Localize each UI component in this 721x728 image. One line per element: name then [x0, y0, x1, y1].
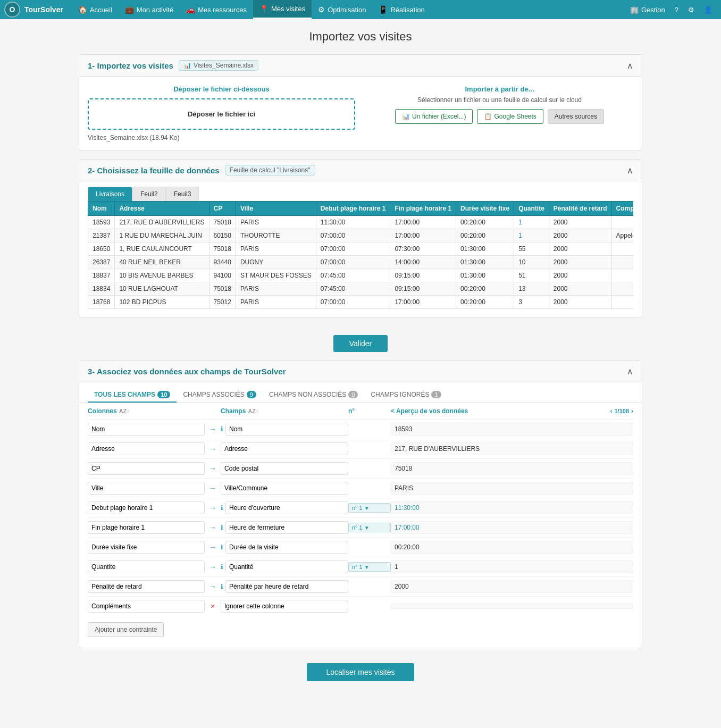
- champ-select-1[interactable]: Adresse: [221, 442, 348, 455]
- table-cell: Appeler gérant pour ouverture portail: [611, 229, 633, 242]
- champ-select-5[interactable]: Heure de fermeture: [225, 521, 348, 534]
- add-constraint-button[interactable]: Ajouter une contrainte: [88, 622, 164, 637]
- champ-select-3[interactable]: Ville/Commune: [221, 482, 348, 495]
- sheet-tab-feuil3[interactable]: Feuil3: [166, 187, 199, 201]
- assoc-row: → ℹ Heure d'ouverture n° 1 ▼ 11:30:00: [88, 498, 633, 518]
- section3-title-area: 3- Associez vos données aux champs de To…: [88, 367, 286, 376]
- table-row: 18768102 BD PICPUS75012PARIS07:00:0017:0…: [88, 296, 634, 309]
- tab-tous-champs[interactable]: TOUS LES CHAMPS 10: [88, 388, 177, 403]
- arrow-icon-2: →: [209, 464, 216, 473]
- nav-mes-ressources[interactable]: 🚗 Mes ressources: [180, 0, 253, 19]
- row-champ-8: ℹ Pénalité par heure de retard: [221, 580, 348, 593]
- table-cell: 00:20:00: [456, 296, 514, 309]
- colonne-input-2[interactable]: [88, 462, 205, 475]
- row-colonne-5: [88, 521, 205, 534]
- btn-other-label: Autres sources: [555, 113, 597, 120]
- table-cell: 40 RUE NEIL BEKER: [115, 256, 209, 269]
- colonne-input-3[interactable]: [88, 482, 205, 495]
- colonne-input-1[interactable]: [88, 442, 205, 455]
- table-cell: 18834: [88, 282, 115, 296]
- col-adresse: Adresse: [115, 202, 209, 216]
- colonne-input-8[interactable]: [88, 580, 205, 593]
- app-logo[interactable]: O: [4, 2, 20, 18]
- champ-select-4[interactable]: Heure d'ouverture: [225, 501, 348, 514]
- section-feuille: 2- Choisissez la feuille de données Feui…: [79, 159, 642, 318]
- tab-champs-non-associes[interactable]: CHAMPS NON ASSOCIÉS 0: [263, 388, 365, 403]
- colonne-input-4[interactable]: [88, 501, 205, 514]
- row-arrow-4: →: [205, 504, 221, 512]
- col-duree: Durée visite fixe: [456, 202, 514, 216]
- app-name: TourSolver: [24, 5, 63, 14]
- sheet-tab-feuil2[interactable]: Feuil2: [132, 187, 166, 201]
- nav-accueil[interactable]: 🏠 Accueil: [72, 0, 119, 19]
- apercu-value-6: 00:20:00: [391, 541, 633, 554]
- assoc-row: → ℹ Heure de fermeture n° 1 ▼ 17:00:00: [88, 518, 633, 538]
- tab-ignored-badge: 1: [431, 391, 441, 398]
- page-title: Importez vos visites: [79, 30, 642, 44]
- apercu-prev-btn[interactable]: ‹: [610, 407, 612, 415]
- col-complements: Compléments: [611, 202, 633, 216]
- nav-accueil-label: Accueil: [90, 6, 112, 14]
- champ-with-info-6: ℹ Durée de la visite: [221, 541, 348, 554]
- btn-gsheets[interactable]: 📋 Google Sheets: [477, 109, 543, 124]
- table-cell: 07:00:00: [316, 242, 390, 256]
- user-icon: 👤: [704, 6, 712, 14]
- champ-select-6[interactable]: Durée de la visite: [225, 541, 348, 554]
- nav-user[interactable]: 👤: [700, 0, 717, 19]
- nav-help[interactable]: ?: [670, 0, 683, 19]
- table-cell: 55: [514, 242, 549, 256]
- row-champ-3: Ville/Commune: [221, 482, 348, 495]
- col-quantite: Quantite: [514, 202, 549, 216]
- table-cell: 07:30:00: [390, 242, 456, 256]
- champ-select-2[interactable]: Code postal: [221, 462, 348, 475]
- apercu-next-btn[interactable]: ›: [631, 407, 633, 415]
- nr-arrow[interactable]: ▼: [364, 505, 370, 511]
- data-table-wrap[interactable]: Nom Adresse CP Ville Debut plage horaire…: [88, 201, 633, 309]
- nr-arrow[interactable]: ▼: [364, 564, 370, 570]
- colonne-input-7[interactable]: [88, 560, 205, 573]
- col-nom: Nom: [88, 202, 115, 216]
- sheet-tab-livraisons[interactable]: Livraisons: [88, 187, 132, 201]
- row-arrow-7: →: [205, 563, 221, 571]
- drop-zone[interactable]: Déposer le fichier ici: [88, 98, 355, 130]
- assoc-body: Colonnes AZ↑ Champs AZ↑ n° < Aperçu de v…: [79, 403, 642, 648]
- colonne-input-6[interactable]: [88, 541, 205, 554]
- table-cell: 2000: [549, 229, 611, 242]
- colonne-input-0[interactable]: [88, 423, 205, 436]
- champ-select-9[interactable]: Ignorer cette colonne: [221, 600, 348, 613]
- table-cell: 2000: [549, 269, 611, 282]
- validate-button[interactable]: Valider: [333, 335, 388, 352]
- tab-champs-ignores[interactable]: CHAMPS IGNORÉS 1: [364, 388, 447, 403]
- btn-excel[interactable]: 📊 Un fichier (Excel...): [395, 109, 473, 124]
- table-cell: 00:20:00: [456, 282, 514, 296]
- az-icon-colonnes[interactable]: AZ↑: [119, 408, 130, 414]
- arrow-icon-6: →: [209, 543, 216, 551]
- row-colonne-9: [88, 600, 205, 613]
- tab-champs-associes[interactable]: CHAMPS ASSOCIÉS 9: [177, 388, 263, 403]
- az-icon-champs[interactable]: AZ↑: [248, 408, 258, 414]
- nr-arrow[interactable]: ▼: [364, 525, 370, 531]
- nav-optimisation[interactable]: ⚙ Optimisation: [312, 0, 372, 19]
- champ-select-7[interactable]: Quantité: [225, 560, 348, 573]
- nav-realisation[interactable]: 📱 Réalisation: [372, 0, 431, 19]
- settings-icon: ⚙: [688, 6, 694, 14]
- section2-collapse-btn[interactable]: ∧: [627, 165, 633, 175]
- champ-select-8[interactable]: Pénalité par heure de retard: [225, 580, 348, 593]
- champ-select-0[interactable]: Nom: [225, 423, 348, 436]
- row-apercu-5: 17:00:00: [391, 521, 633, 534]
- table-cell: 1 RUE DU MARECHAL JUIN: [115, 229, 209, 242]
- btn-other[interactable]: Autres sources: [548, 109, 604, 124]
- section3-collapse-btn[interactable]: ∧: [627, 366, 633, 376]
- localize-button[interactable]: Localiser mes visites: [307, 663, 414, 681]
- nav-mon-activite[interactable]: 💼 Mon activité: [119, 0, 180, 19]
- section1-collapse-btn[interactable]: ∧: [627, 61, 633, 71]
- apercu-value-4: 11:30:00: [391, 501, 633, 514]
- nav-mes-visites[interactable]: 📍 Mes visites: [253, 0, 312, 19]
- nav-settings[interactable]: ⚙: [684, 0, 699, 19]
- table-cell: [611, 269, 633, 282]
- colonne-input-9[interactable]: [88, 600, 205, 613]
- nav-gestion[interactable]: 🏢 Gestion: [626, 0, 669, 19]
- header-apercu: < Aperçu de vos données ‹ 1/108 ›: [391, 407, 633, 415]
- nr-badge: n° 1 ▼: [348, 503, 391, 513]
- colonne-input-5[interactable]: [88, 521, 205, 534]
